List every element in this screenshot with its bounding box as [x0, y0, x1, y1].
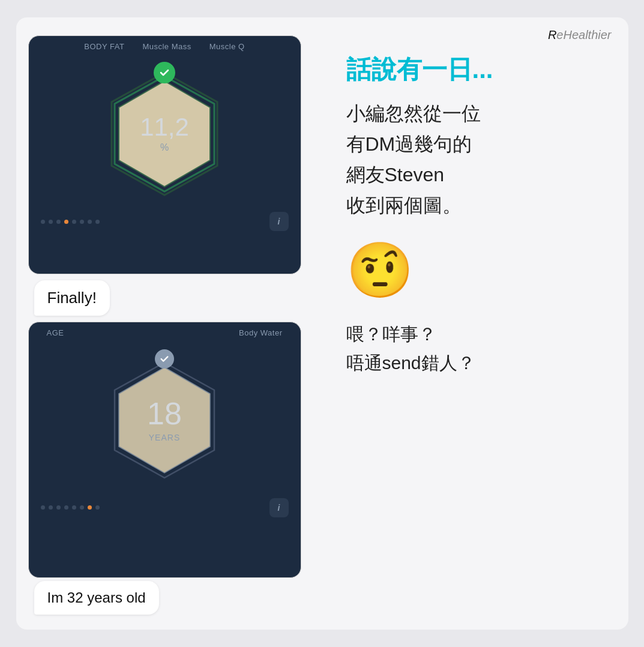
page-title: 話說有一日...: [346, 53, 604, 86]
main-container: ReHealthier BODY FAT Muscle Mass Muscle …: [0, 0, 644, 647]
dots-row-1: i: [29, 206, 301, 238]
content-card: ReHealthier BODY FAT Muscle Mass Muscle …: [16, 17, 628, 630]
chat-bubble-2: Im 32 years old: [34, 581, 159, 615]
hexagon-container-2: 18 YEARS: [29, 342, 301, 492]
header-body-water: Body Water: [239, 328, 282, 337]
dot2-6: [80, 505, 84, 510]
screenshot-age: AGE Body Water: [28, 322, 301, 578]
screenshot-body-fat: BODY FAT Muscle Mass Muscle Q: [28, 35, 301, 274]
dots-row-2: i: [29, 492, 301, 525]
header-muscle-mass: Muscle Mass: [142, 42, 191, 51]
dot2-5: [72, 505, 76, 510]
header-bodyfat: BODY FAT: [84, 42, 124, 51]
age-value: 18: [147, 398, 182, 429]
right-column: 話說有一日... 小編忽然從一位 有DM過幾句的 網友Steven 收到兩個圖。…: [340, 29, 616, 618]
dot2-2: [49, 505, 53, 510]
age-unit: YEARS: [147, 433, 182, 442]
hexagon-container-1: 11,2 %: [29, 56, 301, 206]
brand-name: eHealthier: [556, 28, 611, 41]
screenshot-header-1: BODY FAT Muscle Mass Muscle Q: [29, 36, 301, 56]
dot-8: [95, 220, 100, 224]
dot2-4: [64, 505, 68, 510]
hexagon-content-2: 18 YEARS: [147, 398, 182, 442]
info-button-1[interactable]: i: [269, 212, 289, 231]
left-column: BODY FAT Muscle Mass Muscle Q: [28, 29, 322, 618]
story-text: 小編忽然從一位 有DM過幾句的 網友Steven 收到兩個圖。: [346, 98, 604, 221]
hexagon-content-1: 11,2 %: [140, 115, 189, 153]
hexagon-2: 18 YEARS: [104, 354, 224, 486]
header-muscle-q: Muscle Q: [209, 42, 245, 51]
check-badge-1: [154, 62, 175, 83]
dot2-8: [95, 505, 100, 510]
dots-1: [41, 220, 100, 224]
dot-6: [80, 220, 84, 224]
reaction-text: 喂？咩事？ 唔通send錯人？: [346, 320, 604, 378]
dot-2: [49, 220, 53, 224]
brand-prefix: R: [548, 28, 556, 41]
body-fat-unit: %: [140, 142, 189, 153]
dot-3: [56, 220, 61, 224]
body-fat-value: 11,2: [140, 115, 189, 140]
check-badge-2: [155, 349, 174, 369]
header-age: AGE: [47, 328, 64, 337]
hexagon-1: 11,2 %: [104, 68, 224, 200]
emoji-reaction: 🤨: [346, 239, 604, 302]
dot-5: [72, 220, 76, 224]
brand-logo: ReHealthier: [548, 28, 612, 42]
info-button-2[interactable]: i: [269, 498, 289, 517]
dot2-1: [41, 505, 45, 510]
dots-2: [41, 505, 100, 510]
chat-bubble-2-text: Im 32 years old: [47, 589, 146, 606]
dot-1: [41, 220, 45, 224]
dot-7: [88, 220, 92, 224]
chat-bubble-1-text: Finally!: [47, 289, 97, 307]
screenshot-header-2: AGE Body Water: [29, 322, 301, 342]
chat-bubble-1: Finally!: [34, 280, 110, 316]
dot2-3: [56, 505, 61, 510]
dot2-7-active: [88, 505, 92, 510]
dot-4-active: [64, 220, 68, 224]
